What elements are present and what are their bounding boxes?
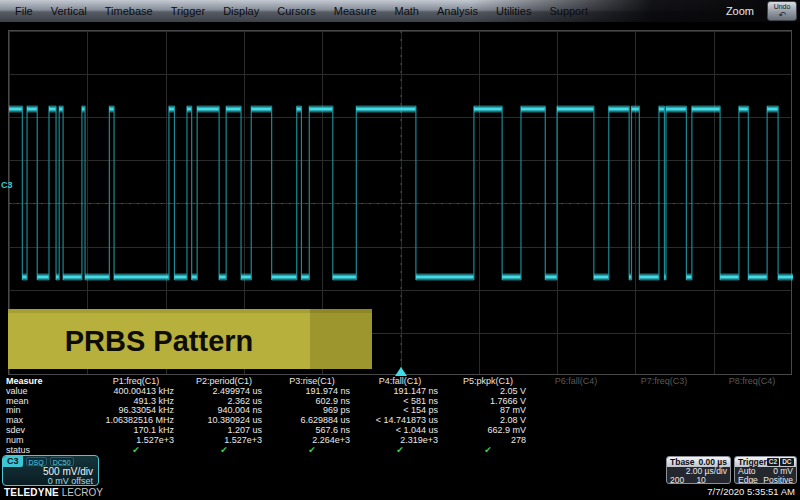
channel-offset: 0 mV offset xyxy=(3,477,98,486)
menu-items: FileVerticalTimebaseTriggerDisplayCursor… xyxy=(0,2,597,20)
menu-item-support[interactable]: Support xyxy=(540,2,597,20)
measure-column-p4: P4:fall(C1)191.147 ns< 581 ns< 154 ps< 1… xyxy=(356,377,444,456)
measure-header-p6[interactable]: P6:fall(C4) xyxy=(532,377,620,387)
measure-value xyxy=(620,387,708,397)
measure-value xyxy=(620,436,708,446)
channel-badge-coupling: DC50 xyxy=(50,457,74,466)
brand-teledyne: TELEDYNE xyxy=(4,487,59,498)
prbs-annotation-label: PRBS Pattern xyxy=(65,325,254,358)
measure-row-label-status: status xyxy=(6,446,92,456)
channel-offset-marker: C3 xyxy=(1,180,13,190)
tbase-scale: 2.00 µs/div xyxy=(686,467,727,476)
undo-label: Undo xyxy=(774,3,791,10)
measure-value xyxy=(532,416,620,426)
trigger-type: Edge xyxy=(738,476,758,484)
measure-value xyxy=(620,416,708,426)
measure-header-p8[interactable]: P8:freq(C4) xyxy=(708,377,796,387)
trigger-position-marker[interactable] xyxy=(395,367,407,376)
brand-lecroy: LECROY xyxy=(59,487,103,498)
trigger-source-badge: C2 xyxy=(767,458,779,466)
measure-column-p8: P8:freq(C4) xyxy=(708,377,796,456)
channel-badge-dsq: DSQ xyxy=(26,457,47,466)
measure-header-p7[interactable]: P7:freq(C3) xyxy=(620,377,708,387)
measure-status-icon: ✔ xyxy=(92,446,180,456)
prbs-annotation-box[interactable]: PRBS Pattern xyxy=(8,309,372,369)
menu-item-measure[interactable]: Measure xyxy=(325,2,386,20)
undo-arrow-icon: ↶ xyxy=(768,11,796,19)
measure-column-p1: P1:freq(C1)400.00413 kHz491.3 kHz96.3305… xyxy=(92,377,180,456)
timebase-descriptor[interactable]: Tbase 0.00 µs 2.00 µs/div 200 kS 10 GS/s xyxy=(666,456,731,484)
measure-column-p6: P6:fall(C4) xyxy=(532,377,620,456)
measure-value xyxy=(532,436,620,446)
menu-item-math[interactable]: Math xyxy=(386,2,428,20)
menu-item-analysis[interactable]: Analysis xyxy=(428,2,487,20)
menu-item-timebase[interactable]: Timebase xyxy=(96,2,162,20)
measure-value xyxy=(708,406,796,416)
trigger-descriptor[interactable]: Trigger C2 DC Auto 0 mV Edge Positive xyxy=(734,456,797,484)
menu-item-utilities[interactable]: Utilities xyxy=(487,2,540,20)
measure-value xyxy=(532,397,620,407)
measure-status-icon xyxy=(532,446,620,456)
measure-row-labels: Measurevaluemeanminmaxsdevnumstatus xyxy=(2,377,92,456)
menu-item-display[interactable]: Display xyxy=(214,2,268,20)
channel-tab[interactable]: C3 xyxy=(3,456,23,467)
measure-table: MeasurevaluemeanminmaxsdevnumstatusP1:fr… xyxy=(2,377,798,456)
measure-status-icon: ✔ xyxy=(444,446,532,456)
measure-value xyxy=(532,387,620,397)
channel-descriptor-c3[interactable]: C3 DSQ DC50 500 mV/div 0 mV offset xyxy=(2,455,99,486)
measure-value xyxy=(708,426,796,436)
prbs-annotation-extension xyxy=(310,309,372,369)
measure-value xyxy=(708,387,796,397)
trigger-slope: Positive xyxy=(763,476,793,484)
prbs-annotation-main: PRBS Pattern xyxy=(8,309,310,369)
measure-column-p7: P7:freq(C3) xyxy=(620,377,708,456)
measure-value xyxy=(620,397,708,407)
menu-item-cursors[interactable]: Cursors xyxy=(268,2,325,20)
measure-status-icon: ✔ xyxy=(268,446,356,456)
measure-value xyxy=(532,426,620,436)
trigger-coupling-badge: DC xyxy=(780,458,793,466)
zoom-menu-button[interactable]: Zoom xyxy=(726,5,754,17)
measure-value xyxy=(620,406,708,416)
datetime-display: 7/7/2020 5:35:51 AM xyxy=(707,486,795,497)
measure-value xyxy=(708,416,796,426)
brand-logo: TELEDYNE LECROY xyxy=(4,487,103,498)
menu-bar: FileVerticalTimebaseTriggerDisplayCursor… xyxy=(0,0,800,22)
menu-item-trigger[interactable]: Trigger xyxy=(162,2,214,20)
measure-value xyxy=(708,397,796,407)
tbase-samples: 200 kS xyxy=(670,476,696,484)
measure-status-icon xyxy=(708,446,796,456)
undo-button[interactable]: Undo ↶ xyxy=(767,1,797,21)
measure-value xyxy=(620,426,708,436)
measure-column-p5: P5:pkpk(C1)2.05 V1.7666 V87 mV2.08 V662.… xyxy=(444,377,532,456)
tbase-rate: 10 GS/s xyxy=(696,476,727,484)
measure-value xyxy=(532,406,620,416)
measure-status-icon: ✔ xyxy=(356,446,444,456)
menu-item-vertical[interactable]: Vertical xyxy=(42,2,96,20)
measure-status-icon: ✔ xyxy=(180,446,268,456)
measure-column-p3: P3:rise(C1)191.974 ns602.9 ns969 ps6.629… xyxy=(268,377,356,456)
measure-status-icon xyxy=(620,446,708,456)
measure-column-p2: P2:period(C1)2.499974 us2.362 us940.004 … xyxy=(180,377,268,456)
menu-item-file[interactable]: File xyxy=(6,2,42,20)
measure-value xyxy=(708,436,796,446)
